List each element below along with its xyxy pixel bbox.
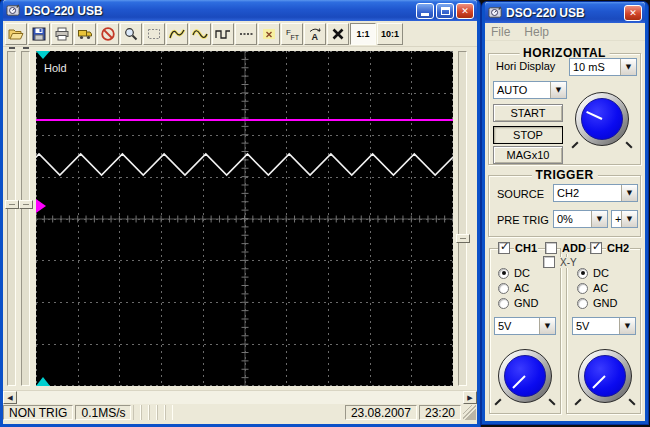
scope-area: Hold <box>3 47 477 390</box>
tool-fft[interactable]: FFT <box>281 23 303 45</box>
trigger-slope-select[interactable]: + ▼ <box>611 210 638 228</box>
tool-auto-set[interactable]: A <box>304 23 326 45</box>
window-title: DSO-220 USB <box>503 6 622 20</box>
mag-x10-button[interactable]: MAGx10 <box>493 146 563 164</box>
scroll-right-arrow-icon[interactable]: ▶ <box>463 391 477 404</box>
chevron-down-icon[interactable]: ▼ <box>621 211 637 227</box>
checkbox-icon[interactable] <box>498 242 510 254</box>
add-checkbox[interactable]: ADD <box>545 242 587 254</box>
radio-icon[interactable] <box>498 268 509 279</box>
radio-icon[interactable] <box>577 283 588 294</box>
trigger-state: NON TRIG <box>3 405 73 420</box>
statusbar: NON TRIG 0.1MS/s 23.08.2007 23:20 <box>3 404 477 421</box>
resize-grip[interactable] <box>463 405 476 420</box>
hori-display-label: Hori Display <box>496 60 555 72</box>
tool-export[interactable] <box>74 23 96 45</box>
chevron-down-icon[interactable]: ▼ <box>539 318 555 334</box>
trigger-source-select[interactable]: CH2 ▼ <box>553 184 638 202</box>
scroll-left-arrow-icon[interactable]: ◀ <box>3 391 17 404</box>
tool-wave-smooth[interactable] <box>166 23 188 45</box>
ch2-position-slider[interactable] <box>21 51 30 386</box>
horizontal-group: HORIZONTAL Hori Display 10 mS ▼ AUTO ▼ S… <box>488 53 641 165</box>
chevron-down-icon[interactable]: ▼ <box>620 59 636 75</box>
ch1-coupling-ac[interactable]: AC <box>498 282 529 294</box>
horizontal-scrollbar[interactable]: ◀ ▶ <box>3 390 477 404</box>
trigger-level-thumb[interactable] <box>456 234 470 243</box>
ch2-checkbox[interactable]: CH2 <box>590 242 630 254</box>
ch1-coupling-dc[interactable]: DC <box>498 267 530 279</box>
stop-button[interactable]: STOP <box>493 126 563 144</box>
svg-text:Hold: Hold <box>44 62 67 74</box>
checkbox-icon[interactable] <box>543 256 555 268</box>
tool-dotted-display[interactable] <box>235 23 257 45</box>
ch2-position-thumb[interactable] <box>19 200 33 209</box>
ch1-group: DC AC GND 5V ▼ <box>489 248 561 414</box>
tool-wave-interpolate[interactable] <box>189 23 211 45</box>
slider-tick <box>9 47 15 49</box>
tool-clear[interactable] <box>327 23 349 45</box>
ch1-coupling-gnd[interactable]: GND <box>498 297 538 309</box>
menu-help[interactable]: Help <box>524 25 549 39</box>
tool-ratio-10-1[interactable]: 10:1 <box>377 23 403 45</box>
menubar: File Help <box>485 23 645 41</box>
tool-frame[interactable] <box>143 23 165 45</box>
tool-zoom[interactable] <box>120 23 142 45</box>
svg-text:FT: FT <box>291 33 300 40</box>
tool-print[interactable] <box>51 23 73 45</box>
app-icon <box>488 5 503 20</box>
source-label: SOURCE <box>497 188 544 200</box>
menu-file[interactable]: File <box>491 25 510 39</box>
chevron-down-icon[interactable]: ▼ <box>591 211 607 227</box>
pretrig-select[interactable]: 0% ▼ <box>553 210 608 228</box>
tool-disable[interactable] <box>97 23 119 45</box>
horizontal-knob[interactable] <box>575 92 629 146</box>
checkbox-icon[interactable] <box>590 242 602 254</box>
radio-icon[interactable] <box>577 298 588 309</box>
display-mode-select[interactable]: AUTO ▼ <box>493 81 567 99</box>
close-button[interactable]: ✕ <box>624 5 642 21</box>
ch2-coupling-gnd[interactable]: GND <box>577 297 617 309</box>
chevron-down-icon[interactable]: ▼ <box>621 185 637 201</box>
xy-checkbox[interactable]: X-Y <box>543 256 578 268</box>
toolbar: FFTA1:110:1 <box>3 21 477 47</box>
minimize-button[interactable] <box>416 3 434 19</box>
timebase-select[interactable]: 10 mS ▼ <box>569 58 637 76</box>
control-window-titlebar[interactable]: DSO-220 USB ✕ <box>485 2 645 23</box>
start-button[interactable]: START <box>493 104 563 122</box>
trigger-level-slider[interactable] <box>458 51 467 386</box>
tool-marker[interactable] <box>258 23 280 45</box>
app-icon <box>6 3 21 18</box>
ch1-position-thumb[interactable] <box>5 200 19 209</box>
ch1-position-slider[interactable] <box>7 51 16 386</box>
window-title: DSO-220 USB <box>21 4 414 18</box>
tool-open[interactable] <box>5 23 27 45</box>
maximize-button[interactable] <box>436 3 454 19</box>
radio-icon[interactable] <box>577 268 588 279</box>
tool-ratio-1-1[interactable]: 1:1 <box>350 23 376 45</box>
scope-display[interactable]: Hold <box>36 51 453 386</box>
ch1-volts-knob[interactable] <box>498 349 552 403</box>
close-button[interactable]: ✕ <box>456 3 474 19</box>
trigger-title: TRIGGER <box>531 168 597 182</box>
slider-tick <box>23 47 29 49</box>
ch2-volts-knob[interactable] <box>578 349 632 403</box>
ch1-checkbox[interactable]: CH1 <box>498 242 538 254</box>
status-date: 23.08.2007 <box>345 405 417 420</box>
scope-window-titlebar[interactable]: DSO-220 USB ✕ <box>3 0 477 21</box>
scroll-track[interactable] <box>17 391 463 404</box>
chevron-down-icon[interactable]: ▼ <box>550 82 566 98</box>
control-panel: HORIZONTAL Hori Display 10 mS ▼ AUTO ▼ S… <box>485 41 645 419</box>
ch2-coupling-dc[interactable]: DC <box>577 267 609 279</box>
tool-save[interactable] <box>28 23 50 45</box>
checkbox-icon[interactable] <box>545 242 557 254</box>
scope-window: DSO-220 USB ✕ FFTA1:110:1 Hold ◀ ▶ NON T… <box>0 0 480 427</box>
radio-icon[interactable] <box>498 283 509 294</box>
chevron-down-icon[interactable]: ▼ <box>619 318 635 334</box>
radio-icon[interactable] <box>498 298 509 309</box>
tool-wave-square[interactable] <box>212 23 234 45</box>
ch2-volts-select[interactable]: 5V ▼ <box>572 317 636 335</box>
ch2-group: DC AC GND 5V ▼ <box>566 248 641 414</box>
status-time: 23:20 <box>419 405 461 420</box>
ch2-coupling-ac[interactable]: AC <box>577 282 608 294</box>
ch1-volts-select[interactable]: 5V ▼ <box>494 317 556 335</box>
